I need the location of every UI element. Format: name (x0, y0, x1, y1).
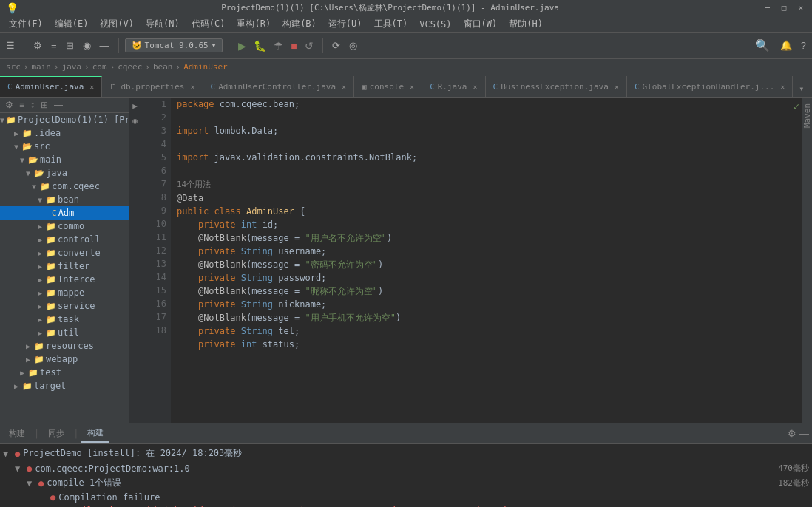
tree-item-util[interactable]: ▶ 📁 util (0, 326, 129, 339)
breadcrumb-src[interactable]: src (6, 62, 21, 72)
tab-more-button[interactable]: ▾ (793, 81, 810, 97)
tree-arrow-target: ▶ (12, 382, 21, 390)
stop-button[interactable]: ■ (288, 38, 300, 53)
sidebar-close-button[interactable]: — (52, 99, 65, 111)
menu-item-c[interactable]: 代码(C) (186, 16, 231, 32)
tab-admincontroller[interactable]: C AdminUserController.java ✕ (203, 76, 355, 97)
maven-panel[interactable]: Maven (802, 98, 812, 423)
code-editor[interactable]: 123456 789101112 131415161718 package co… (141, 98, 791, 423)
find-button[interactable]: ◉ (80, 38, 94, 52)
tab-close-adminuser[interactable]: ✕ (89, 83, 94, 91)
tab-close-bex[interactable]: ✕ (615, 83, 619, 91)
tree-item-filter[interactable]: ▶ 📁 filter (0, 259, 129, 273)
breadcrumb-java[interactable]: java (62, 62, 82, 72)
tree-item-adminuser[interactable]: C Adm (0, 206, 129, 220)
menu-item-e[interactable]: 编辑(E) (49, 16, 95, 32)
gutter-btn-2[interactable]: ◉ (130, 115, 141, 126)
app-icon: 💡 (6, 2, 18, 14)
close-button[interactable]: ✕ (795, 3, 806, 13)
global-search-button[interactable]: 🔍 (751, 37, 774, 54)
tree-item-controll[interactable]: ▶ 📁 controll (0, 233, 129, 246)
tab-close-controller[interactable]: ✕ (342, 83, 346, 91)
tab-businessex[interactable]: C BusinessException.java ✕ (486, 76, 627, 97)
tree-item-resources[interactable]: ▶ 📁 resources (0, 339, 129, 353)
tree-label-java: java (46, 168, 67, 178)
maven-label[interactable]: Maven (802, 103, 812, 128)
maximize-button[interactable]: □ (779, 3, 790, 13)
tree-item-idea[interactable]: ▶ 📁 .idea (0, 126, 129, 140)
menu-item-h[interactable]: 帮助(H) (503, 16, 549, 32)
tab-dbproperties[interactable]: 🗒 db.properties ✕ (102, 76, 203, 97)
tomcat-dropdown-icon: ▾ (212, 41, 217, 50)
tab-rjava[interactable]: C R.java ✕ (422, 76, 485, 97)
bottom-tab-jian[interactable]: 构建 (3, 425, 31, 442)
tab-close-db[interactable]: ✕ (190, 83, 194, 91)
rerun-button[interactable]: ↺ (302, 38, 317, 53)
layout-button[interactable]: ⊞ (63, 38, 77, 52)
tree-item-test[interactable]: ▶ 📁 test (0, 366, 129, 379)
bookmark-button[interactable]: — (97, 38, 112, 52)
breadcrumb-com[interactable]: com (92, 62, 107, 72)
menu-item-w[interactable]: 窗口(W) (458, 16, 504, 32)
tree-item-service[interactable]: ▶ 📁 service (0, 299, 129, 313)
bottom-tab-sync[interactable]: 同步 (42, 425, 70, 442)
breadcrumb-main[interactable]: main (32, 62, 52, 72)
tab-console[interactable]: ▣ console ✕ (354, 76, 422, 97)
build-item-4[interactable]: ● Compilation failure (0, 491, 812, 504)
menu-item-vcss[interactable]: VCS(S) (413, 18, 457, 31)
settings-button[interactable]: ≡ (48, 38, 60, 52)
tree-item-interce[interactable]: ▶ 📁 Interce (0, 273, 129, 286)
code-text[interactable]: package com.cqeec.bean; import lombok.Da… (171, 98, 791, 423)
menu-item-n[interactable]: 导航(N) (140, 16, 186, 32)
tree-item-task[interactable]: ▶ 📁 task (0, 313, 129, 326)
debug-button[interactable]: 🐛 (251, 38, 269, 53)
bottom-tab-build[interactable]: 构建 (81, 424, 109, 443)
sidebar-compact-button[interactable]: ≡ (17, 99, 27, 111)
sidebar-toggle-button[interactable]: ☰ (3, 38, 18, 52)
help-button[interactable]: ? (798, 38, 809, 52)
tab-adminuser[interactable]: C AdminUser.java ✕ (0, 76, 102, 97)
tree-item-java[interactable]: ▼ 📂 java (0, 166, 129, 180)
bottom-settings-button[interactable]: ⚙ (788, 428, 796, 439)
coverage-button[interactable]: ☂ (271, 38, 286, 53)
menu-item-f[interactable]: 文件(F) (3, 16, 49, 32)
build-item-3[interactable]: ▼ ● compile 1个错误 182毫秒 (0, 475, 812, 491)
tab-label-adminuser: AdminUser.java (16, 82, 84, 92)
tab-close-console[interactable]: ✕ (410, 83, 414, 91)
build-button[interactable]: ⚙ (30, 38, 45, 52)
breadcrumb-bean[interactable]: bean (153, 62, 173, 72)
menu-item-b[interactable]: 构建(B) (277, 16, 322, 32)
notification-button[interactable]: 🔔 (777, 38, 795, 52)
tree-item-webapp[interactable]: ▶ 📁 webapp (0, 353, 129, 366)
gutter-btn-1[interactable]: ▶ (130, 101, 141, 111)
sidebar-sort-button[interactable]: ↕ (28, 99, 37, 111)
tab-globalex[interactable]: C GlobalExceptionHandler.j... ✕ (627, 76, 793, 97)
tree-item-bean[interactable]: ▼ 📁 bean (0, 193, 129, 206)
tab-close-gex[interactable]: ✕ (780, 83, 785, 91)
update-button[interactable]: ⟳ (329, 38, 343, 52)
menu-item-t[interactable]: 工具(T) (368, 16, 414, 32)
run-button[interactable]: ▶ (235, 38, 249, 53)
build-item-1[interactable]: ▼ ● ProjectDemo [install]: 在 2024/ 18:20… (0, 446, 812, 461)
menu-item-r[interactable]: 重构(R) (231, 16, 277, 32)
build-item-2[interactable]: ▼ ● com.cqeec:ProjectDemo:war:1.0- 470毫秒 (0, 461, 812, 475)
sidebar-expand-button[interactable]: ⊞ (38, 99, 50, 111)
tree-item-src[interactable]: ▼ 📂 src (0, 140, 129, 153)
breadcrumb-cqeec[interactable]: cqeec (118, 62, 142, 72)
profile-button[interactable]: ◎ (346, 38, 360, 52)
tree-item-mappe[interactable]: ▶ 📁 mappe (0, 286, 129, 299)
menu-item-v[interactable]: 视图(V) (94, 16, 140, 32)
tree-item-main[interactable]: ▼ 📂 main (0, 153, 129, 166)
tree-item-converte[interactable]: ▶ 📁 converte (0, 246, 129, 259)
breadcrumb-adminuser[interactable]: AdminUser (183, 62, 228, 72)
sidebar-settings-button[interactable]: ⚙ (3, 99, 16, 111)
tree-item-target[interactable]: ▶ 📁 target (0, 379, 129, 392)
tree-item-commo[interactable]: ▶ 📁 commo (0, 220, 129, 233)
tree-item-project[interactable]: ▼ 📁 ProjectDemo(1)(1) [Pro (0, 113, 129, 126)
tomcat-selector[interactable]: 🐱 Tomcat 9.0.65 ▾ (125, 38, 223, 52)
tree-item-com[interactable]: ▼ 📁 com.cqeec (0, 180, 129, 193)
bottom-close-button[interactable]: — (799, 428, 809, 439)
menu-item-u[interactable]: 运行(U) (322, 16, 368, 32)
minimize-button[interactable]: ─ (762, 3, 773, 13)
tab-close-r[interactable]: ✕ (473, 83, 478, 91)
